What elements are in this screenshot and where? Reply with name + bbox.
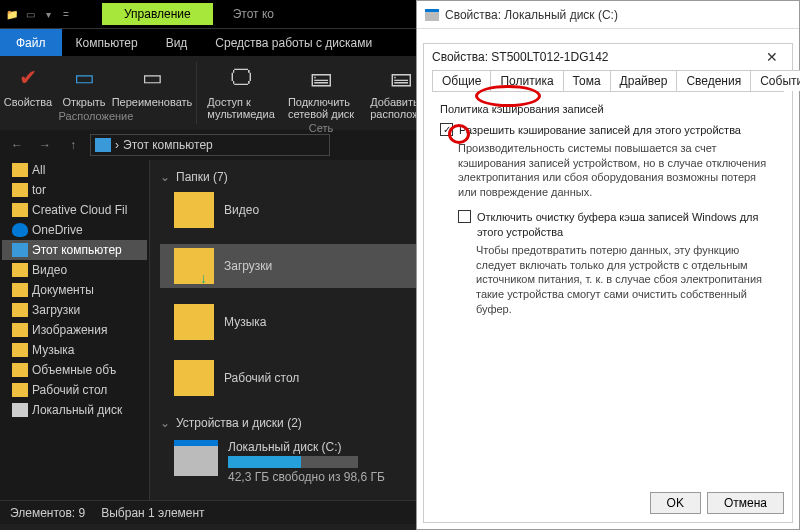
tree-item-label: Загрузки (32, 303, 80, 317)
tree-item[interactable]: tor (2, 180, 147, 200)
disable-flush-checkbox[interactable] (458, 210, 471, 223)
disk-tools-menu[interactable]: Средства работы с дисками (201, 29, 386, 56)
tree-item[interactable]: Объемные объ (2, 360, 147, 380)
ok-button[interactable]: OK (650, 492, 701, 514)
tree-item[interactable]: Видео (2, 260, 147, 280)
window-title: Этот кo (233, 7, 274, 21)
folder-label: Видео (224, 203, 259, 217)
folder-icon: 📁 (4, 6, 20, 22)
folder-icon (174, 304, 214, 340)
tree-item-label: Объемные объ (32, 363, 116, 377)
dialog-close-button[interactable]: ✕ (760, 49, 784, 65)
qat-props-icon[interactable]: ▭ (22, 6, 38, 22)
tree-item-icon (12, 243, 28, 257)
tree-item-icon (12, 263, 28, 277)
tree-item[interactable]: Музыка (2, 340, 147, 360)
tree-item-icon (12, 403, 28, 417)
tree-item[interactable]: All (2, 160, 147, 180)
folder-label: Загрузки (224, 259, 272, 273)
enable-write-cache-label: Разрешить кэширование записей для этого … (459, 123, 741, 138)
status-selected: Выбран 1 элемент (101, 506, 204, 520)
breadcrumb-this-pc[interactable]: Этот компьютер (123, 138, 213, 152)
pc-icon (95, 138, 111, 152)
dialog-tabs: ОбщиеПолитикаТомаДрайверСведенияСобытия (424, 70, 792, 91)
folder-icon (174, 360, 214, 396)
back-button[interactable]: ← (6, 134, 28, 156)
tree-item-label: OneDrive (32, 223, 83, 237)
tree-item-label: Документы (32, 283, 94, 297)
qat-item[interactable]: = (58, 6, 74, 22)
tab-Политика[interactable]: Политика (490, 70, 563, 91)
open-button[interactable]: ▭Открыть (56, 60, 112, 110)
file-menu[interactable]: Файл (0, 29, 62, 56)
tree-item-label: Видео (32, 263, 67, 277)
ribbon-group-location: Расположение (59, 110, 134, 122)
folder-label: Музыка (224, 315, 266, 329)
cancel-button[interactable]: Отмена (707, 492, 784, 514)
tree-item-icon (12, 303, 28, 317)
tree-item-label: Рабочий стол (32, 383, 107, 397)
map-network-drive-button[interactable]: 🖴Подключить сетевой диск (281, 60, 361, 122)
drive-icon (174, 440, 218, 476)
computer-menu[interactable]: Компьютер (62, 29, 152, 56)
folder-icon (174, 192, 214, 228)
qat-drop[interactable]: ▾ (40, 6, 56, 22)
up-button[interactable]: ↑ (62, 134, 84, 156)
tree-item-icon (12, 223, 28, 237)
properties-button[interactable]: ✔Свойства (0, 60, 56, 110)
tree-item-icon (12, 343, 28, 357)
drive-icon (425, 9, 439, 21)
dialog-outer-title: Свойства: Локальный диск (C:) (417, 1, 799, 29)
tab-Сведения[interactable]: Сведения (676, 70, 751, 91)
enable-write-cache-checkbox[interactable] (440, 123, 453, 136)
view-menu[interactable]: Вид (152, 29, 202, 56)
tree-item-icon (12, 283, 28, 297)
tree-item[interactable]: Загрузки (2, 300, 147, 320)
tree-item[interactable]: Рабочий стол (2, 380, 147, 400)
tree-item-label: Creative Cloud Fil (32, 203, 127, 217)
tree-item-icon (12, 203, 28, 217)
tree-item-icon (12, 363, 28, 377)
tree-item-label: Этот компьютер (32, 243, 122, 257)
properties-dialog: Свойства: Локальный диск (C:) Свойства: … (416, 0, 800, 530)
tree-item-label: tor (32, 183, 46, 197)
disable-flush-desc: Чтобы предотвратить потерю данных, эту ф… (476, 243, 776, 317)
tree-item[interactable]: Изображения (2, 320, 147, 340)
media-access-button[interactable]: 🖵Доступ к мультимедиа (201, 60, 281, 122)
ribbon-group-network: Сеть (309, 122, 333, 134)
tree-item-label: All (32, 163, 45, 177)
status-item-count: Элементов: 9 (10, 506, 85, 520)
disable-flush-label: Отключить очистку буфера кэша записей Wi… (477, 210, 776, 240)
enable-write-cache-desc: Производительность системы повышается за… (458, 141, 776, 200)
forward-button[interactable]: → (34, 134, 56, 156)
tree-item[interactable]: Локальный диск (2, 400, 147, 420)
tree-item-label: Музыка (32, 343, 74, 357)
folder-icon: ↓ (174, 248, 214, 284)
group-label: Политика кэширования записей (440, 102, 776, 117)
tree-item-label: Локальный диск (32, 403, 122, 417)
tree-item[interactable]: Этот компьютер (2, 240, 147, 260)
tab-События[interactable]: События (750, 70, 800, 91)
rename-button[interactable]: ▭Переименовать (112, 60, 192, 110)
tree-item-icon (12, 323, 28, 337)
tab-Драйвер[interactable]: Драйвер (610, 70, 678, 91)
tree-item-icon (12, 383, 28, 397)
nav-tree[interactable]: AlltorCreative Cloud FilOneDriveЭтот ком… (0, 160, 150, 500)
tree-item-icon (12, 163, 28, 177)
tab-Общие[interactable]: Общие (432, 70, 491, 91)
context-tab-manage[interactable]: Управление (102, 3, 213, 25)
breadcrumb[interactable]: › Этот компьютер (90, 134, 330, 156)
folder-label: Рабочий стол (224, 371, 299, 385)
drive-label: Локальный диск (C:) (228, 440, 385, 454)
tree-item[interactable]: OneDrive (2, 220, 147, 240)
drive-usage-bar (228, 456, 358, 468)
tab-panel-policy: Политика кэширования записей Разрешить к… (432, 91, 784, 335)
drive-free-text: 42,3 ГБ свободно из 98,6 ГБ (228, 470, 385, 484)
dialog-inner-title: Свойства: ST500LT012-1DG142 (432, 50, 609, 64)
tree-item-label: Изображения (32, 323, 107, 337)
tree-item[interactable]: Creative Cloud Fil (2, 200, 147, 220)
tab-Тома[interactable]: Тома (563, 70, 611, 91)
tree-item-icon (12, 183, 28, 197)
tree-item[interactable]: Документы (2, 280, 147, 300)
